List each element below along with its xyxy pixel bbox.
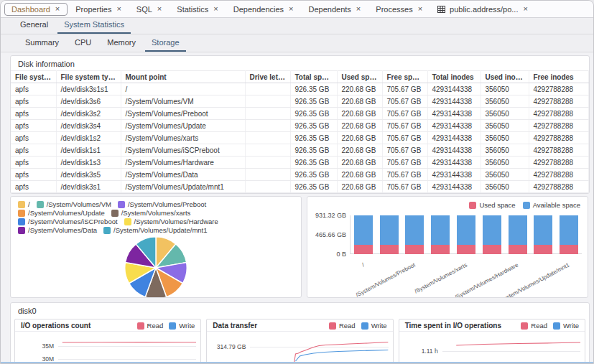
table-cell: /dev/disk3s6 (56, 95, 121, 108)
stacked-bar-system-volumes-update[interactable] (431, 215, 450, 254)
legend-label: /System/Volumes/Update (28, 209, 105, 217)
table-cell: 926.35 GB (290, 132, 337, 144)
document-tab-dependents[interactable]: Dependents× (302, 4, 368, 15)
table-cell: 4292788288 (529, 83, 589, 95)
disk-information-title: Disk information (11, 56, 589, 70)
tab-label: Processes (376, 5, 412, 14)
document-tab-properties[interactable]: Properties× (69, 4, 129, 15)
legend-label: Read (147, 322, 164, 330)
legend-item-read: Read (329, 322, 356, 330)
tab-cpu[interactable]: CPU (68, 35, 98, 52)
bar-segment-available (405, 215, 424, 245)
table-cell: apfs (11, 157, 56, 169)
column-header-free-space[interactable]: Free space (382, 71, 427, 83)
table-cell: 926.35 GB (290, 157, 337, 169)
table-row[interactable]: apfs/dev/disk1s1/System/Volumes/iSCPrebo… (11, 144, 589, 157)
close-icon[interactable]: × (288, 5, 294, 13)
bar-segment-available (509, 215, 527, 245)
column-header-total-inodes[interactable]: Total inodes (427, 71, 481, 83)
close-icon[interactable]: × (157, 5, 162, 13)
table-row[interactable]: apfs/dev/disk3s1s1/926.35 GB220.68 GB705… (11, 83, 589, 95)
bar-segment-used (509, 245, 527, 254)
column-header-total-space[interactable]: Total space (290, 71, 337, 83)
legend-swatch (169, 322, 176, 330)
tab-label: Statistics (177, 5, 208, 14)
stacked-bar-system-volumes-hardware[interactable] (509, 215, 527, 254)
system-statistics-tab-bar: SummaryCPUMemoryStorage (1, 34, 593, 52)
y-tick-0-b: 0 B (309, 251, 346, 258)
legend-label: /System/Volumes/Hardware (134, 218, 218, 225)
table-cell: 220.68 GB (337, 132, 382, 144)
table-cell: /System/Volumes/Hardware (121, 157, 245, 169)
table-cell: 220.68 GB (337, 181, 382, 193)
table-cell: 926.35 GB (290, 181, 337, 193)
disk-usage-pie-panel: //System/Volumes/VM/System/Volumes/Prebo… (10, 196, 302, 298)
legend-item-write: Write (553, 322, 579, 330)
table-row[interactable]: apfs/dev/disk3s5/System/Volumes/Data926.… (11, 169, 589, 181)
chart-plot: 1.11 h (399, 332, 585, 364)
table-cell: 705.67 GB (382, 169, 427, 181)
table-row[interactable]: apfs/dev/disk3s2/System/Volumes/Preboot9… (11, 108, 589, 120)
table-row[interactable]: apfs/dev/disk1s3/System/Volumes/Hardware… (11, 157, 589, 169)
table-row[interactable]: apfs/dev/disk1s2/System/Volumes/xarts926… (11, 132, 589, 144)
table-cell: 4292788288 (529, 132, 589, 144)
stacked-bar-system-volumes-preboot[interactable] (405, 215, 424, 254)
table-row[interactable]: apfs/dev/disk3s6/System/Volumes/VM926.35… (11, 95, 589, 108)
close-icon[interactable]: × (116, 5, 121, 13)
close-icon[interactable]: × (356, 5, 361, 13)
chart-title: I/O operations count (21, 322, 91, 330)
table-row[interactable]: apfs/dev/disk3s4/System/Volumes/Update92… (11, 120, 589, 132)
document-tab-sql[interactable]: SQL× (130, 4, 169, 15)
close-icon[interactable]: × (417, 5, 423, 13)
legend-swatch (18, 201, 25, 208)
document-tab-dependencies[interactable]: Dependencies× (227, 4, 301, 15)
column-header-used-space[interactable]: Used space (337, 71, 382, 83)
column-header-free-inodes[interactable]: Free inodes (529, 71, 589, 83)
column-header-file-system[interactable]: File system (11, 71, 56, 83)
bar-segment-available (431, 215, 450, 245)
table-cell: /System/Volumes/iSCPreboot (121, 144, 245, 157)
table-cell: /dev/disk3s2 (56, 108, 121, 120)
stacked-bar-system-volumes-update-mnt1[interactable] (560, 215, 578, 254)
document-tab-statistics[interactable]: Statistics× (170, 4, 225, 15)
table-cell: 356050 (481, 169, 529, 181)
tab-general[interactable]: General (14, 17, 55, 34)
pie-chart-legend: //System/Volumes/VM/System/Volumes/Prebo… (11, 197, 298, 235)
tab-system-statistics[interactable]: System Statistics (57, 17, 131, 34)
bar-segment-used (354, 245, 373, 254)
legend-swatch (118, 201, 125, 208)
tab-memory[interactable]: Memory (101, 35, 142, 52)
column-header-mount-point[interactable]: Mount point (121, 71, 245, 83)
stacked-bar-system-volumes-iscpreboot[interactable] (483, 215, 501, 254)
table-cell: 356050 (481, 157, 529, 169)
stacked-bar-system-volumes-xarts[interactable] (457, 215, 475, 254)
column-header-file-system-type[interactable]: File system type (56, 71, 121, 83)
bar-segment-used (534, 245, 552, 254)
legend-swatch (37, 201, 44, 208)
bar-segment-used (457, 245, 475, 254)
table-cell: 4293144338 (427, 157, 481, 169)
table-cell: 705.67 GB (382, 181, 427, 193)
stacked-bar-system-volumes-data[interactable] (534, 215, 552, 254)
table-row[interactable]: apfs/dev/disk3s1/System/Volumes/Update/m… (11, 181, 589, 193)
legend-item-system-volumes-vm: /System/Volumes/VM (37, 200, 111, 208)
column-header-used-inodes[interactable]: Used inodes (481, 71, 529, 83)
tab-storage[interactable]: Storage (145, 35, 186, 52)
table-cell: 4292788288 (529, 120, 589, 132)
document-tab-public-address-po[interactable]: public.address/po...× (431, 4, 535, 15)
tab-summary[interactable]: Summary (19, 35, 65, 52)
table-cell: 4293144338 (427, 108, 481, 120)
close-icon[interactable]: × (522, 5, 528, 13)
column-header-drive-letter[interactable]: Drive letter (245, 71, 290, 83)
table-cell: 220.68 GB (337, 120, 382, 132)
document-tab-dashboard[interactable]: Dashboard× (4, 3, 68, 16)
document-tab-processes[interactable]: Processes× (369, 4, 430, 15)
stacked-bar-system-volumes-vm[interactable] (380, 215, 399, 254)
dashboard-nav-tab-bar: GeneralSystem Statistics (1, 18, 593, 34)
close-icon[interactable]: × (55, 5, 60, 13)
bar-segment-used (560, 245, 578, 254)
stacked-bar-[interactable] (354, 215, 373, 254)
close-icon[interactable]: × (213, 5, 218, 13)
legend-swatch (521, 322, 528, 330)
disk-information-panel: Disk information File systemFile system … (10, 55, 590, 194)
